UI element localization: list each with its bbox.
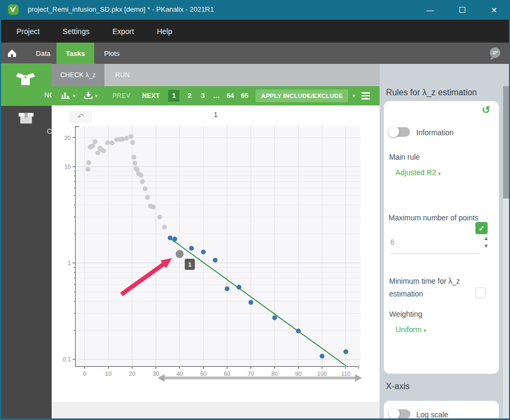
main-rule-dropdown[interactable]: Adjusted R2▾ xyxy=(396,168,441,177)
concentration-before-lambda-z-point[interactable] xyxy=(91,144,95,149)
maximize-icon xyxy=(459,7,465,13)
input-underline xyxy=(390,253,480,254)
open-box-icon xyxy=(15,72,36,90)
scrollbar-thumb[interactable] xyxy=(503,86,509,199)
spinner-up-button[interactable]: ▲ xyxy=(484,236,488,241)
hovered-excluded-point-point[interactable] xyxy=(176,250,184,258)
nav-bar: Data Tasks Plots xyxy=(0,43,510,64)
concentration-before-lambda-z-point[interactable] xyxy=(128,134,133,139)
menu-export[interactable]: Export xyxy=(112,27,134,36)
menu-bar: Project Settings Export Help xyxy=(0,20,510,43)
concentration-before-lambda-z-point[interactable] xyxy=(105,141,110,145)
feedback-button[interactable] xyxy=(488,47,502,63)
tab-data[interactable]: Data xyxy=(31,43,55,64)
concentration-lambda-z-point[interactable] xyxy=(320,353,325,358)
concentration-lambda-z-point[interactable] xyxy=(168,235,172,240)
tab-tasks[interactable]: Tasks xyxy=(56,43,94,64)
menu-settings[interactable]: Settings xyxy=(63,27,90,36)
next-page-button[interactable]: NEXT xyxy=(142,92,160,100)
information-toggle[interactable] xyxy=(389,127,410,137)
close-button[interactable]: ✕ xyxy=(482,0,506,20)
reset-button[interactable]: ↺ xyxy=(482,104,490,116)
y-tick-label: 0.1 xyxy=(63,356,71,363)
x-tick-label: 80 xyxy=(272,370,278,377)
min-time-checkbox[interactable] xyxy=(475,287,486,298)
tab-run[interactable]: RUN xyxy=(104,64,141,86)
concentration-before-lambda-z-point[interactable] xyxy=(140,179,145,184)
panel-scrollbar[interactable] xyxy=(503,86,509,418)
chevron-down-icon: ▾ xyxy=(438,171,441,176)
y-tick-label: 20 xyxy=(64,135,71,141)
sidebar-item-nca[interactable]: NCA xyxy=(0,63,52,106)
concentration-lambda-z-point[interactable] xyxy=(213,258,218,262)
chat-bubble-icon xyxy=(488,53,502,62)
max-points-input[interactable]: 6 xyxy=(390,238,394,246)
menu-help[interactable]: Help xyxy=(157,27,172,36)
page-button-64[interactable]: 64 xyxy=(227,92,234,100)
reset-icon: ↺ xyxy=(482,104,490,116)
y-tick-label: 1 xyxy=(68,260,71,266)
concentration-before-lambda-z-point[interactable] xyxy=(93,139,97,144)
spinner-down-button[interactable]: ▼ xyxy=(484,244,488,249)
concentration-before-lambda-z-point[interactable] xyxy=(124,136,129,141)
max-points-checkbox[interactable]: ✓ xyxy=(475,222,488,234)
prev-page-button[interactable]: PREV xyxy=(112,92,130,100)
concentration-lambda-z-point[interactable] xyxy=(236,285,241,290)
minimize-button[interactable]: — xyxy=(418,0,442,20)
concentration-lambda-z-point[interactable] xyxy=(343,349,348,354)
concentration-lambda-z-point[interactable] xyxy=(296,328,301,333)
sidebar-item-ca[interactable]: CA xyxy=(0,106,52,142)
concentration-before-lambda-z-point[interactable] xyxy=(86,160,91,165)
x-tick-label: 40 xyxy=(176,370,183,377)
concentration-lambda-z-point[interactable] xyxy=(201,250,206,254)
concentration-before-lambda-z-point[interactable] xyxy=(151,205,155,210)
concentration-lambda-z-point[interactable] xyxy=(189,246,194,251)
concentration-lambda-z-point[interactable] xyxy=(225,286,229,291)
concentration-before-lambda-z-point[interactable] xyxy=(143,186,147,191)
apply-options-button[interactable]: ▾ xyxy=(352,93,355,98)
concentration-before-lambda-z-point[interactable] xyxy=(157,215,162,219)
download-icon xyxy=(84,91,93,101)
page-button-3[interactable]: 3 xyxy=(200,92,206,100)
concentration-lambda-z-point[interactable] xyxy=(272,315,277,320)
x-tick-label: 100 xyxy=(317,370,327,377)
concentration-before-lambda-z-point[interactable] xyxy=(139,173,144,178)
information-label: Information xyxy=(416,128,454,137)
x-tick-label: 20 xyxy=(129,370,135,377)
concentration-lambda-z-point[interactable] xyxy=(249,300,253,305)
page-button-65[interactable]: 65 xyxy=(241,92,249,100)
page-button-1[interactable]: 1 xyxy=(168,90,179,102)
concentration-before-lambda-z-point[interactable] xyxy=(101,149,106,153)
lambda-z-plot: 201010.10102030405060708090100110 xyxy=(52,105,380,402)
apply-include-exclude-button[interactable]: APPLY INCLUDE/EXCLUDE xyxy=(256,89,348,102)
concentration-before-lambda-z-point[interactable] xyxy=(145,195,150,200)
home-button[interactable] xyxy=(7,48,17,60)
check-lambda-z-plot-card: ↶ 1 201010.10102030405060708090100110 1 xyxy=(52,105,380,402)
menu-project[interactable]: Project xyxy=(17,27,40,36)
chevron-down-icon: ▾ xyxy=(73,93,76,98)
concentration-before-lambda-z-point[interactable] xyxy=(86,167,91,171)
plot-menu-button[interactable] xyxy=(361,90,370,101)
concentration-before-lambda-z-point[interactable] xyxy=(130,140,135,145)
maximize-button[interactable] xyxy=(450,0,474,20)
concentration-before-lambda-z-point[interactable] xyxy=(133,161,137,166)
plot-toolbar: ▾ ▾ PREV NEXT 1 2 3 … 64 65 APPLY INCLUD… xyxy=(52,86,380,105)
weighting-dropdown[interactable]: Uniform▾ xyxy=(396,325,426,334)
point-tooltip: 1 xyxy=(185,259,195,270)
task-subtabs: CHECK λ_z RUN xyxy=(52,64,380,86)
slider-right-arrow-icon[interactable] xyxy=(355,374,362,382)
tab-check-lambda-z[interactable]: CHECK λ_z xyxy=(52,64,104,86)
concentration-before-lambda-z-point[interactable] xyxy=(95,151,100,155)
log-scale-toggle[interactable] xyxy=(389,409,410,419)
toggle-knob xyxy=(388,126,399,137)
settings-panel: Rules for λ_z estimation ↺ Information M… xyxy=(380,64,510,420)
concentration-before-lambda-z-point[interactable] xyxy=(162,225,167,229)
concentration-lambda-z-point[interactable] xyxy=(172,237,177,242)
concentration-before-lambda-z-point[interactable] xyxy=(131,155,136,160)
page-button-2[interactable]: 2 xyxy=(186,92,193,100)
main-rule-value: Adjusted R2 xyxy=(396,168,436,177)
export-plot-button[interactable]: ▾ xyxy=(84,91,98,101)
chart-type-button[interactable]: ▾ xyxy=(61,91,76,101)
concentration-before-lambda-z-point[interactable] xyxy=(110,141,114,145)
tab-plots[interactable]: Plots xyxy=(98,43,126,64)
